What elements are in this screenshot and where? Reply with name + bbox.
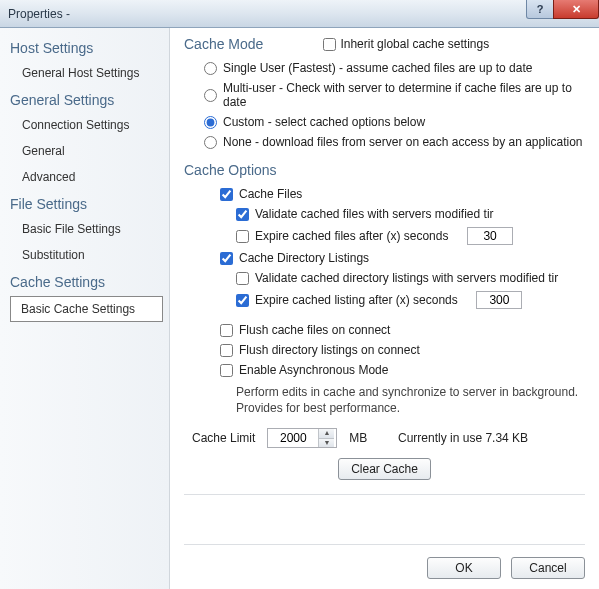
flush-dir-row[interactable]: Flush directory listings on connect (184, 340, 585, 360)
cache-files-row[interactable]: Cache Files (184, 184, 585, 204)
mode-multi-label: Multi-user - Check with server to determ… (223, 81, 585, 109)
flush-files-checkbox[interactable] (220, 324, 233, 337)
sidebar-heading-general: General Settings (0, 86, 169, 112)
mode-single-row[interactable]: Single User (Fastest) - assume cached fi… (184, 58, 585, 78)
close-button[interactable]: ✕ (553, 0, 599, 19)
sidebar-item-basic-cache-settings[interactable]: Basic Cache Settings (10, 296, 163, 322)
cache-mode-title-row: Cache Mode Inherit global cache settings (184, 36, 585, 52)
expire-files-label: Expire cached files after (x) seconds (255, 229, 448, 243)
help-button[interactable]: ? (526, 0, 554, 19)
cache-dir-row[interactable]: Cache Directory Listings (184, 248, 585, 268)
flush-dir-checkbox[interactable] (220, 344, 233, 357)
mode-multi-row[interactable]: Multi-user - Check with server to determ… (184, 78, 585, 112)
spinner-up-icon[interactable]: ▲ (319, 429, 334, 439)
expire-dir-row: Expire cached listing after (x) seconds (184, 288, 585, 312)
cache-mode-title: Cache Mode (184, 36, 263, 52)
validate-files-row[interactable]: Validate cached files with servers modif… (184, 204, 585, 224)
mode-multi-radio[interactable] (204, 89, 217, 102)
inherit-global-row[interactable]: Inherit global cache settings (323, 37, 489, 51)
cache-in-use-label: Currently in use 7.34 KB (398, 431, 528, 445)
validate-dir-row[interactable]: Validate cached directory listings with … (184, 268, 585, 288)
sidebar-item-advanced[interactable]: Advanced (0, 164, 169, 190)
spinner-down-icon[interactable]: ▼ (319, 439, 334, 448)
divider (184, 494, 585, 495)
sidebar-item-general-host-settings[interactable]: General Host Settings (0, 60, 169, 86)
cache-files-label: Cache Files (239, 187, 302, 201)
cache-files-checkbox[interactable] (220, 188, 233, 201)
cache-limit-label: Cache Limit (192, 431, 255, 445)
expire-dir-value[interactable] (476, 291, 522, 309)
mode-custom-label: Custom - select cached options below (223, 115, 425, 129)
mode-none-radio[interactable] (204, 136, 217, 149)
cache-limit-spinner[interactable]: ▲ ▼ (267, 428, 337, 448)
window-buttons: ? ✕ (527, 0, 599, 20)
sidebar-heading-host: Host Settings (0, 34, 169, 60)
sidebar-item-substitution[interactable]: Substitution (0, 242, 169, 268)
validate-files-checkbox[interactable] (236, 208, 249, 221)
sidebar: Host Settings General Host Settings Gene… (0, 28, 170, 589)
mode-none-label: None - download files from server on eac… (223, 135, 583, 149)
mode-none-row[interactable]: None - download files from server on eac… (184, 132, 585, 152)
cache-dir-label: Cache Directory Listings (239, 251, 369, 265)
sidebar-item-general[interactable]: General (0, 138, 169, 164)
expire-dir-label: Expire cached listing after (x) seconds (255, 293, 458, 307)
cancel-button[interactable]: Cancel (511, 557, 585, 579)
mode-single-label: Single User (Fastest) - assume cached fi… (223, 61, 532, 75)
mode-single-radio[interactable] (204, 62, 217, 75)
window-title: Properties - (8, 7, 70, 21)
async-checkbox[interactable] (220, 364, 233, 377)
inherit-global-label: Inherit global cache settings (340, 37, 489, 51)
async-row[interactable]: Enable Asynchronous Mode (184, 360, 585, 380)
ok-button[interactable]: OK (427, 557, 501, 579)
expire-files-row: Expire cached files after (x) seconds (184, 224, 585, 248)
async-help-text: Perform edits in cache and synchronize t… (184, 380, 585, 424)
main-panel: Cache Mode Inherit global cache settings… (170, 28, 599, 589)
sidebar-heading-file: File Settings (0, 190, 169, 216)
validate-dir-checkbox[interactable] (236, 272, 249, 285)
mode-custom-row[interactable]: Custom - select cached options below (184, 112, 585, 132)
titlebar: Properties - ? ✕ (0, 0, 599, 28)
sidebar-heading-cache: Cache Settings (0, 268, 169, 294)
sidebar-item-connection-settings[interactable]: Connection Settings (0, 112, 169, 138)
cache-limit-value[interactable] (268, 429, 318, 447)
expire-files-checkbox[interactable] (236, 230, 249, 243)
validate-files-label: Validate cached files with servers modif… (255, 207, 494, 221)
cache-dir-checkbox[interactable] (220, 252, 233, 265)
validate-dir-label: Validate cached directory listings with … (255, 271, 558, 285)
async-label: Enable Asynchronous Mode (239, 363, 388, 377)
flush-files-label: Flush cache files on connect (239, 323, 390, 337)
inherit-global-checkbox[interactable] (323, 38, 336, 51)
expire-dir-checkbox[interactable] (236, 294, 249, 307)
dialog-footer: OK Cancel (184, 544, 585, 579)
cache-options-title: Cache Options (184, 162, 585, 178)
cache-limit-unit: MB (349, 431, 367, 445)
clear-cache-button[interactable]: Clear Cache (338, 458, 431, 480)
flush-dir-label: Flush directory listings on connect (239, 343, 420, 357)
flush-files-row[interactable]: Flush cache files on connect (184, 320, 585, 340)
sidebar-item-basic-file-settings[interactable]: Basic File Settings (0, 216, 169, 242)
mode-custom-radio[interactable] (204, 116, 217, 129)
expire-files-value[interactable] (467, 227, 513, 245)
cache-limit-row: Cache Limit ▲ ▼ MB Currently in use 7.34… (184, 424, 585, 458)
